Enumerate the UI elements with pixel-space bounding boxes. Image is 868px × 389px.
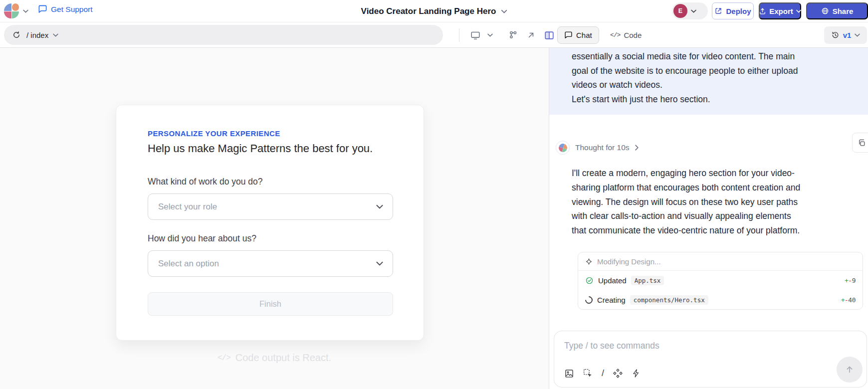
chevron-down-icon — [376, 204, 383, 209]
referral-select[interactable]: Select an option — [148, 250, 393, 277]
avatar: E — [673, 4, 687, 18]
components-icon[interactable] — [508, 30, 518, 40]
get-support-link[interactable]: Get Support — [38, 4, 93, 14]
chat-composer: / — [554, 331, 867, 388]
external-link-icon — [714, 7, 722, 15]
version-history-selector[interactable]: v1 — [824, 26, 867, 44]
status-row-updated: Updated App.tsx +-9 — [578, 271, 863, 290]
toolbar-divider — [459, 28, 459, 42]
check-circle-icon — [585, 276, 594, 285]
url-bar: / index — [4, 25, 443, 45]
status-header-text: Modifying Design... — [597, 257, 661, 266]
device-chevron-icon[interactable] — [487, 33, 493, 37]
code-tab-label: Code — [624, 31, 642, 39]
upload-icon — [759, 7, 766, 15]
composer-toolbar: / — [564, 368, 641, 379]
role-select-placeholder: Select your role — [158, 202, 217, 212]
arrow-up-icon — [845, 365, 855, 375]
version-label: v1 — [843, 31, 852, 39]
share-label: Share — [833, 7, 854, 15]
status-row-creating: Creating components/Hero.tsx +-40 — [578, 290, 863, 310]
chevron-right-icon — [635, 145, 639, 151]
thought-toggle[interactable]: Thought for 10s — [556, 141, 639, 155]
code-icon: </> — [610, 31, 620, 39]
share-button[interactable]: Share — [806, 2, 868, 19]
deploy-button[interactable]: Deploy — [712, 2, 754, 19]
chevron-down-icon — [855, 33, 860, 37]
file-chip: App.tsx — [631, 276, 664, 285]
assistant-avatar — [556, 141, 570, 155]
diff-count: +-9 — [845, 277, 856, 284]
open-in-new-icon[interactable] — [526, 30, 536, 40]
chat-tab-label: Chat — [576, 31, 592, 39]
slash-command-icon[interactable]: / — [602, 368, 604, 379]
magic-patterns-logo-icon — [557, 142, 568, 153]
status-action: Updated — [598, 276, 627, 285]
route-path: / index — [26, 31, 48, 39]
question1-label: What kind of work do you do? — [148, 177, 392, 187]
file-chip: components/Hero.tsx — [630, 295, 708, 305]
copy-icon — [858, 139, 866, 147]
refresh-icon[interactable] — [12, 30, 21, 39]
image-attach-icon[interactable] — [564, 369, 574, 379]
referral-select-placeholder: Select an option — [158, 259, 219, 269]
account-menu[interactable]: E — [672, 2, 708, 19]
patterns-icon[interactable] — [613, 368, 623, 379]
modal-heading: Help us make Magic Patterns the best for… — [148, 142, 392, 155]
code-output-text: Code output is React. — [235, 352, 331, 364]
page-title: Video Creator Landing Page Hero — [361, 6, 496, 16]
chevron-down-icon — [691, 9, 696, 13]
magic-patterns-logo-icon — [4, 3, 19, 18]
chevron-down-icon — [501, 9, 507, 13]
quick-actions-icon[interactable] — [632, 369, 641, 378]
tab-code[interactable]: </> Code — [604, 26, 648, 44]
deploy-label: Deploy — [726, 7, 751, 15]
chevron-down-icon — [376, 261, 383, 266]
assistant-message-text: I'll create a modern, engaging hero sect… — [572, 166, 868, 238]
modal-eyebrow: PERSONALIZE YOUR EXPERIENCE — [148, 129, 392, 138]
chat-bubble-icon — [564, 31, 573, 39]
sparkle-icon — [585, 258, 593, 265]
status-action: Creating — [597, 296, 626, 304]
history-icon — [831, 31, 840, 39]
export-label: Export — [769, 7, 793, 15]
personalize-modal: PERSONALIZE YOUR EXPERIENCE Help us make… — [116, 105, 424, 341]
copy-message-button[interactable] — [852, 133, 868, 153]
chat-panel: that lets creators upload and share thei… — [549, 48, 868, 389]
preview-canvas: PERSONALIZE YOUR EXPERIENCE Help us make… — [0, 48, 549, 389]
code-output-note: </> Code output is React. — [0, 352, 549, 364]
build-status-card: Modifying Design... Updated App.tsx +-9 … — [578, 252, 863, 310]
status-header: Modifying Design... — [578, 252, 863, 271]
finish-button[interactable]: Finish — [148, 292, 393, 316]
chevron-down-icon — [53, 33, 58, 37]
tab-chat[interactable]: Chat — [557, 26, 599, 44]
thought-label: Thought for 10s — [575, 143, 630, 152]
export-button[interactable]: Export — [759, 2, 801, 19]
top-bar: Get Support Video Creator Landing Page H… — [0, 0, 868, 22]
spinner-icon — [584, 295, 594, 305]
select-element-icon[interactable] — [583, 368, 593, 379]
code-icon: </> — [217, 354, 230, 363]
diff-count: +-40 — [841, 296, 856, 304]
user-message-text: that lets creators upload and share thei… — [572, 48, 856, 107]
workspace-menu[interactable] — [4, 3, 28, 18]
chat-input[interactable] — [564, 339, 804, 353]
chevron-down-icon — [796, 9, 801, 13]
magic-patterns-app: Get Support Video Creator Landing Page H… — [0, 0, 868, 389]
device-monitor-icon[interactable] — [470, 30, 481, 41]
chevron-down-icon — [23, 9, 28, 13]
route-selector[interactable]: / index — [26, 31, 58, 39]
user-message: that lets creators upload and share thei… — [549, 48, 868, 115]
split-pane-icon[interactable] — [544, 30, 555, 41]
role-select[interactable]: Select your role — [148, 194, 393, 220]
send-button[interactable] — [837, 357, 863, 383]
preview-toolbar: / index Chat </> — [0, 23, 868, 48]
chat-bubble-icon — [38, 4, 47, 14]
question2-label: How did you hear about us? — [148, 233, 392, 244]
project-title-menu[interactable]: Video Creator Landing Page Hero — [361, 0, 507, 22]
get-support-label: Get Support — [51, 5, 93, 14]
globe-icon — [821, 7, 829, 15]
